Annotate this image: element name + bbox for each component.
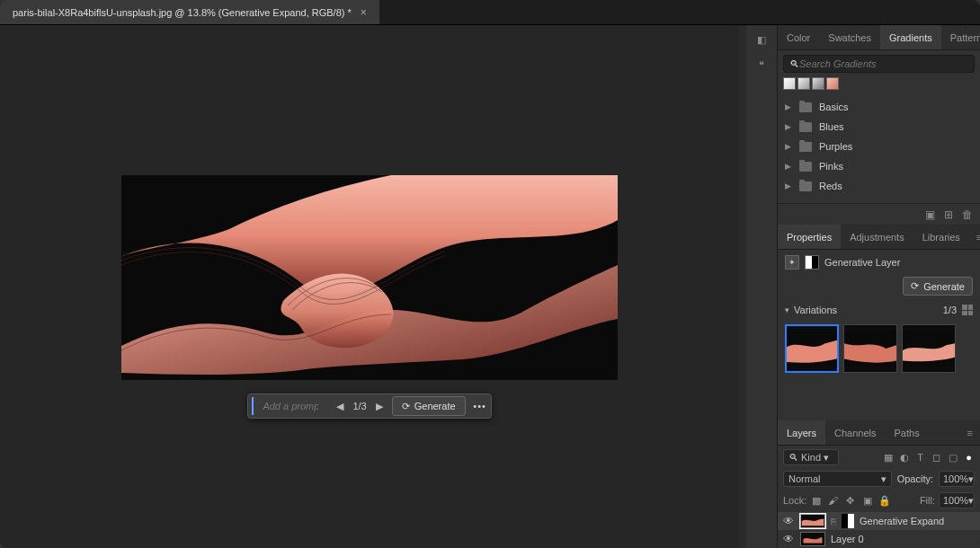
rail-panel-icon[interactable]: ◧ [753, 31, 771, 49]
tab-layers[interactable]: Layers [778, 420, 825, 445]
gradient-swatch[interactable] [826, 77, 839, 90]
folder-label: Pinks [819, 161, 843, 172]
chevron-right-icon: ▶ [785, 102, 792, 111]
thumbnail-size-toggle[interactable] [962, 305, 973, 315]
generate-icon: ⟳ [911, 280, 919, 292]
visibility-toggle-icon[interactable]: 👁 [783, 533, 795, 545]
folder-icon [799, 102, 812, 112]
visibility-toggle-icon[interactable]: 👁 [783, 515, 795, 527]
chevron-down-icon[interactable]: ▾ [785, 305, 789, 314]
layer-kind-select[interactable]: 🔍︎ Kind ▾ [783, 449, 839, 465]
folder-label: Blues [819, 121, 844, 132]
variation-thumbnail[interactable] [785, 324, 839, 373]
opacity-input[interactable]: 100% ▾ [939, 471, 975, 487]
search-icon: 🔍︎ [789, 58, 799, 69]
blend-row: Normal ▾ Opacity: 100% ▾ [778, 469, 980, 489]
delete-gradient-icon[interactable]: 🗑 [962, 208, 973, 221]
more-options-button[interactable]: ••• [469, 401, 491, 411]
search-icon: 🔍︎ [788, 452, 798, 463]
fill-input[interactable]: 100% ▾ [939, 492, 975, 508]
document-tab-bar: paris-bilal-X8Ra4biflsU-unsplash.jpg @ 1… [0, 0, 980, 25]
layers-filter-row: 🔍︎ Kind ▾ ▦ ◐ T ◻ ▢ ● [778, 446, 980, 469]
tab-adjustments[interactable]: Adjustments [841, 225, 913, 249]
gradient-folder[interactable]: ▶Reds [778, 176, 980, 196]
lock-row: Lock: ▩ 🖌 ✥ ▣ 🔒 Fill: 100% ▾ [778, 489, 980, 512]
fill-value: 100% [943, 495, 968, 506]
gradient-swatch[interactable] [797, 77, 810, 90]
new-gradient-icon[interactable]: ⊞ [944, 208, 953, 221]
opacity-value: 100% [943, 473, 968, 484]
layer-entry[interactable]: 👁 ⎘ Generative Expand [778, 512, 980, 530]
chevron-down-icon: ▾ [881, 473, 886, 485]
lock-artboard-icon[interactable]: ▣ [861, 495, 873, 507]
variations-label: Variations [794, 305, 943, 315]
tab-gradients[interactable]: Gradients [880, 25, 941, 49]
collapsed-panel-rail: ◧ ❝ [746, 25, 777, 548]
tab-channels[interactable]: Channels [825, 420, 885, 445]
canvas-scrollbar[interactable] [739, 25, 746, 548]
tab-properties[interactable]: Properties [778, 225, 841, 249]
rail-comment-icon[interactable]: ❝ [753, 56, 771, 74]
right-panels: Color Swatches Gradients Patterns ≡ 🔍︎ ▶… [777, 25, 980, 548]
filter-smart-icon[interactable]: ▢ [947, 452, 958, 464]
close-tab-icon[interactable]: × [361, 6, 367, 19]
lock-all-icon[interactable]: 🔒 [878, 495, 890, 507]
variations-header: ▾ Variations 1/3 [785, 305, 973, 315]
chevron-right-icon: ▶ [785, 181, 792, 190]
gradient-swatch[interactable] [812, 77, 824, 90]
properties-panel-menu-icon[interactable]: ≡ [969, 232, 980, 243]
kind-label: Kind [801, 452, 821, 463]
gradient-folder[interactable]: ▶Blues [778, 117, 980, 137]
filter-toggle-icon[interactable]: ● [963, 452, 975, 464]
blend-mode-select[interactable]: Normal ▾ [783, 471, 892, 487]
prompt-bar: ◀ 1/3 ▶ ⟳ Generate ••• [247, 393, 491, 419]
gradient-folder[interactable]: ▶Basics [778, 97, 980, 117]
gradient-folder-list: ▶Basics ▶Blues ▶Purples ▶Pinks ▶Reds [778, 95, 980, 203]
gradients-panel-tabs: Color Swatches Gradients Patterns ≡ [778, 25, 980, 50]
blend-mode-label: Normal [788, 473, 820, 484]
folder-icon [799, 122, 812, 132]
main-area: ◀ 1/3 ▶ ⟳ Generate ••• ◧ ❝ Color Swatche… [0, 25, 980, 548]
layer-thumbnail[interactable] [800, 532, 825, 546]
tab-patterns[interactable]: Patterns [941, 25, 980, 49]
document-tab-title: paris-bilal-X8Ra4biflsU-unsplash.jpg @ 1… [13, 7, 352, 18]
properties-generate-button[interactable]: ⟳ Generate [903, 277, 973, 296]
folder-label: Purples [819, 141, 852, 152]
lock-image-icon[interactable]: 🖌 [827, 495, 839, 507]
save-to-library-icon[interactable]: ▣ [925, 208, 935, 221]
lock-transparency-icon[interactable]: ▩ [810, 495, 822, 507]
prompt-input[interactable] [252, 397, 327, 415]
chevron-down-icon: ▾ [968, 473, 974, 485]
next-variation-button[interactable]: ▶ [370, 401, 388, 412]
generate-icon: ⟳ [402, 401, 410, 412]
artwork-preview [121, 175, 618, 380]
canvas-area[interactable]: ◀ 1/3 ▶ ⟳ Generate ••• [0, 25, 739, 548]
tab-paths[interactable]: Paths [886, 420, 929, 445]
gradients-search-input[interactable] [799, 58, 968, 69]
filter-shape-icon[interactable]: ◻ [931, 452, 942, 464]
tab-swatches[interactable]: Swatches [819, 25, 880, 49]
layer-entry[interactable]: 👁 Layer 0 [778, 530, 980, 548]
gradient-folder[interactable]: ▶Purples [778, 137, 980, 156]
gradient-folder[interactable]: ▶Pinks [778, 156, 980, 176]
filter-type-icon[interactable]: T [914, 452, 926, 464]
chevron-down-icon: ▾ [824, 452, 829, 464]
gradients-search-box[interactable]: 🔍︎ [783, 55, 975, 73]
layer-thumbnail[interactable] [800, 514, 825, 528]
opacity-label: Opacity: [897, 473, 933, 484]
layers-panel-menu-icon[interactable]: ≡ [960, 428, 980, 438]
filter-pixel-icon[interactable]: ▦ [882, 452, 894, 464]
tab-color[interactable]: Color [778, 25, 819, 49]
variation-thumbnail[interactable] [902, 324, 956, 373]
tab-libraries[interactable]: Libraries [913, 225, 969, 249]
lock-position-icon[interactable]: ✥ [844, 495, 856, 507]
layer-mask-thumbnail[interactable] [842, 514, 854, 528]
generate-button[interactable]: ⟳ Generate [392, 396, 466, 416]
layer-name: Layer 0 [831, 534, 864, 544]
document-tab[interactable]: paris-bilal-X8Ra4biflsU-unsplash.jpg @ 1… [0, 0, 379, 24]
folder-icon [799, 162, 812, 172]
prev-variation-button[interactable]: ◀ [331, 401, 349, 412]
gradient-swatch[interactable] [783, 77, 796, 90]
filter-adjustment-icon[interactable]: ◐ [898, 452, 910, 464]
variation-thumbnail[interactable] [843, 324, 897, 373]
